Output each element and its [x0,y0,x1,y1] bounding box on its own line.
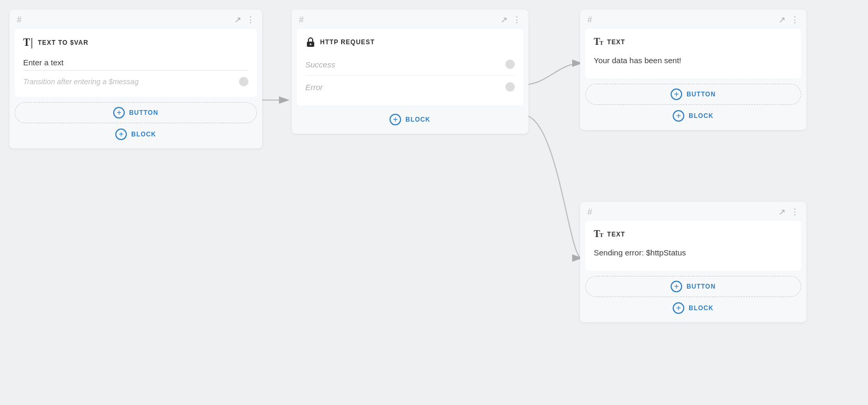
node1-link-icon[interactable]: ↗ [234,15,241,25]
node4-header-right: ↗ ⋮ [779,207,800,217]
node1-transition-label: Transition after entering a $messag [23,77,138,86]
node-text-to-var: # ↗ ⋮ T| TEXT TO $VAR Enter a text Trans… [9,9,262,149]
node1-add-block-label: BLOCK [131,131,156,138]
svg-point-2 [310,44,312,45]
node1-type-label: TEXT TO $VAR [38,39,88,46]
node1-header: # ↗ ⋮ [9,9,262,29]
node3-link-icon[interactable]: ↗ [779,15,785,25]
node2-header-left: # [299,15,304,25]
node3-header-left: # [587,15,592,25]
node4-dots-icon[interactable]: ⋮ [791,207,800,217]
node2-error-label: Error [305,83,323,92]
node3-header-right: ↗ ⋮ [779,15,800,25]
node4-add-block[interactable]: + BLOCK [585,299,801,317]
node4-add-button-label: BUTTON [686,283,716,290]
node4-link-icon[interactable]: ↗ [779,207,785,217]
node4-body: TT TEXT Sending error: $httpStatus [585,221,801,271]
node3-add-button-icon: + [671,88,682,100]
node3-dots-icon[interactable]: ⋮ [791,15,800,25]
node2-add-block-icon: + [390,114,401,125]
node3-text-content: Your data has been sent! [594,53,793,68]
node3-add-block-icon: + [673,110,684,122]
arrow-node2-success-node3 [523,63,582,85]
node2-body: HTTP REQUEST Success Error [297,29,523,105]
node4-add-block-icon: + [673,302,684,314]
text-icon-2: TT [594,229,603,240]
node2-block-label: HTTP REQUEST [305,36,515,48]
node1-hash: # [17,15,22,25]
node2-dots-icon[interactable]: ⋮ [513,15,522,25]
node1-block-label: T| TEXT TO $VAR [23,36,248,48]
node1-header-right: ↗ ⋮ [234,15,255,25]
node1-add-button-icon: + [113,107,125,118]
node3-body: TT TEXT Your data has been sent! [585,29,801,78]
node-http-request: # ↗ ⋮ HTTP REQUEST Success [292,9,528,134]
node2-add-block-label: BLOCK [405,116,430,123]
node2-link-icon[interactable]: ↗ [501,15,507,25]
node1-add-block[interactable]: + BLOCK [15,125,257,143]
arrow-node2-error-node4 [523,115,582,258]
node1-add-block-icon: + [115,129,127,140]
node2-success-label: Success [305,60,335,69]
node3-block-label: TT TEXT [594,36,793,47]
node2-header: # ↗ ⋮ [292,9,528,29]
node-text-error: # ↗ ⋮ TT TEXT Sending error: $httpStatus… [580,202,806,322]
node4-header-left: # [587,208,592,217]
node2-error-row[interactable]: Error [305,76,515,98]
node1-text-input[interactable]: Enter a text [23,54,248,71]
canvas: # ↗ ⋮ T| TEXT TO $VAR Enter a text Trans… [0,0,868,405]
node-text-success: # ↗ ⋮ TT TEXT Your data has been sent! +… [580,9,806,130]
node2-type-label: HTTP REQUEST [320,38,375,46]
node3-add-block[interactable]: + BLOCK [585,107,801,125]
node2-success-dot [505,60,515,69]
node4-block-label: TT TEXT [594,229,793,240]
node1-header-left: # [17,15,22,25]
text-to-var-icon: T| [23,36,34,48]
node4-add-button-icon: + [671,281,682,292]
node3-add-block-label: BLOCK [689,112,713,120]
lock-icon [305,36,316,48]
node1-add-button-label: BUTTON [129,109,158,116]
node1-body: T| TEXT TO $VAR Enter a text Transition … [15,29,257,97]
node1-add-button[interactable]: + BUTTON [15,102,257,123]
node3-type-label: TEXT [607,38,625,46]
text-icon: TT [594,36,603,47]
node2-hash: # [299,15,304,25]
node4-text-content: Sending error: $httpStatus [594,245,793,260]
node4-header: # ↗ ⋮ [580,202,806,221]
node3-hash: # [587,15,592,25]
node1-dots-icon[interactable]: ⋮ [246,15,255,25]
node4-type-label: TEXT [607,231,625,238]
node2-error-dot [505,82,515,92]
node2-success-row[interactable]: Success [305,53,515,76]
node1-transition: Transition after entering a $messag [23,74,248,90]
node3-add-button[interactable]: + BUTTON [585,84,801,105]
node3-header: # ↗ ⋮ [580,9,806,29]
node4-hash: # [587,208,592,217]
node2-header-right: ↗ ⋮ [501,15,522,25]
node3-add-button-label: BUTTON [686,91,716,98]
node4-add-button[interactable]: + BUTTON [585,276,801,297]
node4-add-block-label: BLOCK [689,304,713,312]
node2-add-block[interactable]: + BLOCK [297,111,523,129]
node1-transition-dot [239,77,248,86]
